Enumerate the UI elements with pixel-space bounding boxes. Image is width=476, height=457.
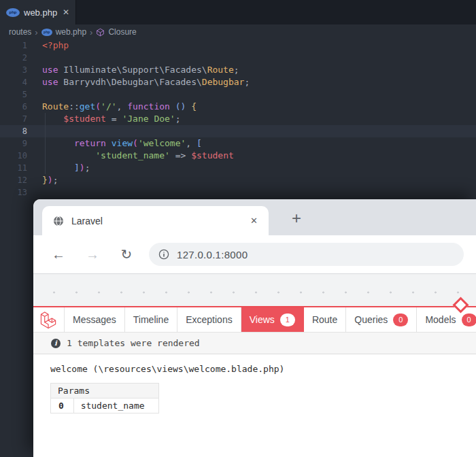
url-text: 127.0.0.1:8000 (177, 249, 248, 260)
line-number: 11 (0, 162, 27, 174)
params-table: Params 0student_name (50, 383, 159, 413)
tab-badge: 1 (280, 314, 295, 326)
params-table-body: 0student_name (51, 399, 159, 413)
page-content: MessagesTimelineExceptionsViews1RouteQue… (33, 274, 476, 457)
chevron-right-icon: › (90, 27, 92, 37)
editor-tab-bar: php web.php ✕ (0, 0, 476, 24)
editor-tab-label: web.php (24, 7, 57, 18)
browser-tab-laravel[interactable]: Laravel ✕ (42, 206, 269, 235)
breadcrumb-item-closure[interactable]: Closure (108, 27, 136, 37)
code-text: ]); (42, 162, 90, 174)
line-number: 5 (0, 88, 27, 101)
line-number: 2 (0, 52, 27, 64)
php-file-icon: php (6, 8, 20, 17)
debugbar-tab-models[interactable]: Models0 (417, 307, 476, 332)
debugbar-tabs: MessagesTimelineExceptionsViews1RouteQue… (33, 307, 476, 333)
code-line-4[interactable]: 4use Barryvdh\Debugbar\Facades\Debugbar; (0, 76, 476, 88)
code-text: use Barryvdh\Debugbar\Facades\Debugbar; (42, 76, 250, 88)
reload-button[interactable]: ↻ (118, 246, 135, 263)
code-line-1[interactable]: 1<?php (0, 39, 476, 52)
code-line-10[interactable]: 10 'student_name' => $student (0, 150, 476, 162)
line-number: 12 (0, 174, 27, 186)
line-number: 4 (0, 76, 27, 88)
tab-label: Exceptions (186, 314, 232, 325)
code-line-13[interactable]: 13 (0, 186, 476, 199)
line-number: 9 (0, 137, 27, 150)
debugbar-tab-timeline[interactable]: Timeline (125, 307, 177, 332)
address-bar[interactable]: 127.0.0.1:8000 (149, 243, 464, 266)
code-area: 1<?php23use Illuminate\Support\Facades\R… (0, 39, 476, 199)
code-line-7[interactable]: 7 $student = 'Jane Doe'; (0, 113, 476, 125)
php-file-icon: php (41, 29, 52, 36)
code-text: Route::get('/', function () { (42, 101, 197, 113)
tab-label: Models (425, 314, 456, 325)
code-text: 'student_name' => $student (42, 150, 234, 162)
back-button[interactable]: ← (50, 247, 67, 263)
tab-label: Messages (73, 314, 116, 325)
code-line-12[interactable]: 12}); (0, 174, 476, 186)
browser-tab-title: Laravel (71, 216, 103, 226)
debugbar-body: welcome (\resources\views\welcome.blade.… (33, 354, 476, 413)
line-number: 3 (0, 64, 27, 76)
browser-toolbar: ← → ↻ 127.0.0.1:8000 (33, 235, 476, 274)
param-name: student_name (73, 399, 158, 413)
line-number: 6 (0, 101, 27, 113)
dotted-pattern (39, 288, 476, 294)
debugbar-tab-exceptions[interactable]: Exceptions (177, 307, 241, 332)
new-tab-button[interactable]: + (286, 208, 307, 228)
debugbar-tab-views[interactable]: Views1 (241, 307, 304, 332)
close-tab-icon[interactable]: ✕ (63, 7, 69, 17)
debugbar-tab-queries[interactable]: Queries0 (346, 307, 417, 332)
params-row: 0student_name (51, 399, 159, 413)
tab-badge: 0 (462, 314, 476, 326)
breadcrumb-item-webphp[interactable]: web.php (56, 27, 86, 37)
debugbar-tab-route[interactable]: Route (304, 307, 346, 332)
params-table-header: Params (51, 384, 159, 399)
tab-badge: 0 (393, 314, 408, 326)
chevron-right-icon: › (35, 27, 37, 37)
tab-label: Timeline (133, 314, 169, 325)
line-number: 13 (0, 186, 27, 199)
param-index: 0 (51, 399, 74, 413)
code-line-2[interactable]: 2 (0, 52, 476, 64)
forward-button[interactable]: → (84, 247, 101, 263)
code-text: <?php (42, 39, 69, 52)
tab-label: Views (250, 314, 275, 325)
code-line-8[interactable]: 8 (0, 125, 476, 137)
globe-icon (53, 216, 64, 226)
tab-label: Queries (354, 314, 388, 325)
tab-label: Route (312, 314, 337, 325)
line-number: 10 (0, 150, 27, 162)
line-number: 1 (0, 39, 27, 52)
laravel-debugbar: MessagesTimelineExceptionsViews1RouteQue… (33, 306, 476, 457)
debugbar-info-row: i 1 templates were rendered (33, 333, 476, 354)
code-text: $student = 'Jane Doe'; (42, 113, 181, 125)
code-line-9[interactable]: 9 return view('welcome', [ (0, 137, 476, 150)
line-number: 7 (0, 113, 27, 125)
code-line-6[interactable]: 6Route::get('/', function () { (0, 101, 476, 113)
template-path: welcome (\resources\views\welcome.blade.… (50, 364, 476, 374)
laravel-logo-icon[interactable] (33, 307, 65, 332)
browser-window: Laravel ✕ + ← → ↻ 127.0.0.1:8000 (33, 199, 476, 457)
code-line-11[interactable]: 11 ]); (0, 162, 476, 174)
browser-tab-strip: Laravel ✕ + (33, 199, 476, 235)
code-line-5[interactable]: 5 (0, 88, 476, 101)
code-line-3[interactable]: 3use Illuminate\Support\Facades\Route; (0, 64, 476, 76)
templates-rendered-text: 1 templates were rendered (67, 338, 200, 348)
page-info-icon[interactable] (158, 249, 169, 260)
code-text: use Illuminate\Support\Facades\Route; (42, 64, 239, 76)
close-tab-icon[interactable]: ✕ (250, 216, 258, 226)
editor-tab-webphp[interactable]: php web.php ✕ (0, 0, 76, 24)
code-text: return view('welcome', [ (42, 137, 202, 150)
screen: php web.php ✕ routes › php web.php › Clo… (0, 0, 476, 457)
breadcrumb-item-routes[interactable]: routes (9, 27, 31, 37)
closure-symbol-icon (96, 28, 105, 37)
breadcrumb: routes › php web.php › Closure (0, 24, 476, 39)
line-number: 8 (0, 125, 27, 137)
code-text: }); (42, 174, 58, 186)
indent-guide (45, 113, 46, 174)
info-icon: i (51, 339, 61, 348)
debugbar-tab-messages[interactable]: Messages (65, 307, 125, 332)
